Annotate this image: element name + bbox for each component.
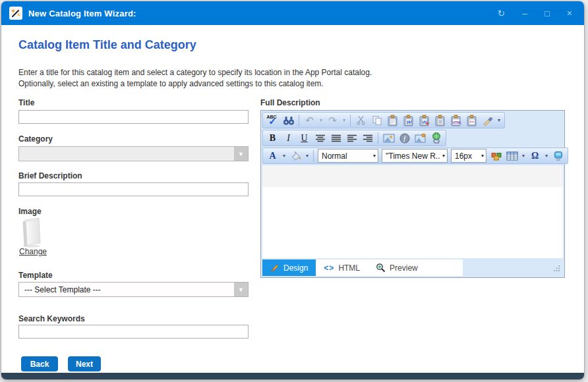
align-left-icon [347,134,357,143]
underline-button[interactable]: U [297,131,312,145]
background-color-button[interactable] [288,149,303,163]
tab-html[interactable]: <> HTML [316,259,368,276]
editor-toolbar-row-3: A ▾ ▾ Normal ▾ "Times New R... [262,148,568,164]
window-title: New Catalog Item Wizard: [28,9,136,18]
page-title: Catalog Item Title and Category [18,38,196,52]
align-left-button[interactable] [344,131,359,145]
title-input[interactable] [18,110,249,124]
close-button[interactable]: × [567,9,572,18]
find-replace-button[interactable] [281,113,296,127]
image-manager-button[interactable] [413,131,428,145]
insert-flash-button[interactable]: f [397,131,412,145]
refresh-button[interactable]: ↻ [497,9,505,18]
tab-preview[interactable]: Preview [368,259,426,276]
undo-dropdown[interactable]: ▾ [318,113,324,127]
category-select[interactable]: ▼ [18,146,249,161]
paste-html-button[interactable] [464,113,479,127]
redo-button[interactable]: ↷ [325,113,340,127]
insert-table-button[interactable] [504,149,519,163]
page-description: Enter a title for this catalog item and … [18,67,372,90]
tab-design[interactable]: Design [262,259,316,276]
editor-content[interactable] [262,165,563,258]
font-color-button[interactable]: A [265,149,280,163]
tab-preview-label: Preview [390,263,418,273]
paragraph-style-select[interactable]: Normal ▾ [318,149,378,163]
search-keywords-input[interactable] [18,325,249,339]
format-stripper-button[interactable] [480,113,495,127]
maximize-button[interactable]: □ [544,9,550,18]
insert-table-icon [506,151,518,161]
titlebar: New Catalog Item Wizard: ↻ – □ × [1,1,584,25]
undo-icon: ↶ [305,115,314,125]
title-label: Title [18,98,34,107]
insert-image-button[interactable] [381,131,396,145]
paragraph-style-arrow-icon: ▾ [371,153,376,159]
image-manager-icon [415,133,426,144]
template-dropdown-arrow-icon[interactable]: ▼ [234,283,248,296]
paste-icon [387,115,399,126]
align-center-icon [315,134,326,143]
minimize-button[interactable]: – [522,9,527,18]
paste-button[interactable] [385,113,400,127]
paste-plain-text-button[interactable] [432,113,448,127]
about-icon [553,151,564,161]
paste-html-icon [466,115,478,126]
brief-description-input[interactable] [18,182,249,196]
format-stripper-dropdown[interactable]: ▾ [496,113,502,127]
next-button[interactable]: Next [68,356,101,371]
svg-text:HTML: HTML [453,121,461,124]
change-image-link[interactable]: Change [19,247,47,256]
editor-resize-grip[interactable] [553,265,560,272]
editor-toolbar-row-1: ABC ✓ ↶ ▾ ↷ ▾ [262,112,505,128]
cut-icon [356,115,366,125]
insert-symbol-button[interactable]: Ω [527,149,543,163]
background-color-dropdown[interactable]: ▾ [304,149,310,163]
page-description-line2: Optionally, select an existing a templat… [18,78,372,90]
insert-symbol-dropdown[interactable]: ▾ [543,149,550,163]
category-label: Category [18,134,53,144]
italic-button[interactable]: I [281,131,296,145]
insert-image-icon [383,133,395,144]
paste-from-word-strip-font-button[interactable]: W [417,113,432,127]
toolbar-separator [313,150,314,162]
back-button[interactable]: Back [21,356,58,371]
align-justify-button[interactable] [328,131,343,145]
hyperlink-button[interactable] [428,131,444,145]
font-color-dropdown[interactable]: ▾ [281,149,287,163]
about-button[interactable] [550,149,566,163]
category-dropdown-arrow-icon[interactable]: ▼ [234,147,248,161]
insert-symbol-icon: Ω [531,151,539,161]
template-selected-value: --- Select Template --- [19,285,234,294]
font-size-select[interactable]: 16px ▾ [451,149,486,163]
template-select[interactable]: --- Select Template --- ▼ [18,282,249,297]
bold-button[interactable]: B [265,131,280,145]
catalog-item-image [20,215,44,248]
spellcheck-button[interactable]: ABC ✓ [265,113,280,127]
underline-icon: U [301,133,307,144]
paste-from-word-button[interactable]: B W [401,113,416,127]
wizard-app-icon [9,7,22,20]
redo-dropdown[interactable]: ▾ [341,113,347,127]
image-label: Image [18,207,42,216]
font-color-icon: A [269,151,276,161]
toolbar-separator [350,115,351,126]
undo-button[interactable]: ↶ [302,113,317,127]
copy-button[interactable] [369,113,384,127]
format-stripper-icon [482,115,494,126]
html-brackets-icon: <> [324,263,334,273]
paste-from-word-strip-font-icon: W [419,115,430,126]
apply-css-class-button[interactable] [488,149,504,163]
italic-icon: I [287,133,290,144]
cut-button[interactable] [353,113,368,127]
tab-html-label: HTML [338,263,360,273]
spellcheck-icon: ABC ✓ [267,115,279,126]
align-right-icon [363,134,373,143]
paste-as-html-button[interactable]: HTML [448,113,463,127]
paste-plain-text-icon [434,115,446,126]
font-name-select[interactable]: "Times New R... ▾ [382,149,448,163]
insert-table-dropdown[interactable]: ▾ [520,149,527,163]
align-center-button[interactable] [312,131,328,145]
window-bottom-bar [1,373,584,379]
page-description-line1: Enter a title for this catalog item and … [18,67,372,78]
align-right-button[interactable] [360,131,375,145]
